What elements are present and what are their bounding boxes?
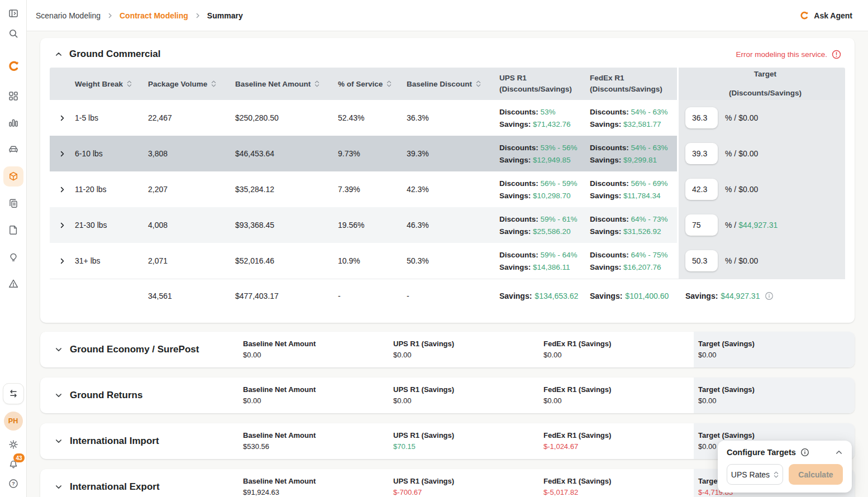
stat-target-savings: Target (Savings)$0.00 xyxy=(694,332,855,367)
target-discount-input[interactable] xyxy=(685,214,718,236)
baseline-discount-value: 42.3% xyxy=(407,171,499,207)
section-collapse[interactable]: Ground Returns xyxy=(40,390,243,401)
stat-baseline-net: Baseline Net Amount$0.00 xyxy=(243,340,393,360)
breadcrumb-summary[interactable]: Summary xyxy=(207,11,243,20)
target-amount: $0.00 xyxy=(738,149,758,158)
section-title: Ground Returns xyxy=(70,390,142,401)
notifications-bell-icon[interactable]: 43 xyxy=(8,458,19,470)
section-collapse[interactable]: International Import xyxy=(40,436,243,447)
section-title: International Export xyxy=(70,481,160,493)
switch-workspace-button[interactable] xyxy=(3,383,24,404)
info-icon[interactable] xyxy=(800,448,809,457)
user-avatar[interactable]: PH xyxy=(4,412,23,431)
row-expander-icon[interactable] xyxy=(50,100,75,136)
stat-fedex-savings: FedEx R1 (Savings)$0.00 xyxy=(543,385,694,405)
column-baseline-discount[interactable]: Baseline Discount xyxy=(407,68,499,100)
fedex-r1-cell: Discounts: 56% - 69% Savings: $11,784.34 xyxy=(590,171,677,207)
column-label: Package Volume xyxy=(148,80,207,88)
row-expander-icon[interactable] xyxy=(50,171,75,207)
section-collapse[interactable]: Ground Economy / SurePost xyxy=(40,344,243,355)
baseline-net-value: $250,280.50 xyxy=(235,100,338,136)
app-logo-icon[interactable] xyxy=(3,59,23,73)
sidebar: PH 43 ? xyxy=(0,0,27,497)
target-amount: $0.00 xyxy=(738,256,758,265)
fedex-r1-cell: Discounts: 64% - 75% Savings: $16,207.76 xyxy=(590,243,677,279)
column-label: Baseline Net Amount xyxy=(235,80,311,88)
breadcrumb-scenario-modeling[interactable]: Scenario Modeling xyxy=(36,11,101,20)
totals-row: 34,561 $477,403.17 - - Savings:$134,653.… xyxy=(50,279,845,312)
weight-break-value: 1-5 lbs xyxy=(75,100,148,136)
target-cell: % /$0.00 xyxy=(677,171,845,207)
stat-ups-savings: UPS R1 (Savings)$0.00 xyxy=(393,340,543,360)
ups-r1-cell: Discounts: 53% - 56% Savings: $12,949.85 xyxy=(499,136,590,171)
baseline-discount-value: 50.3% xyxy=(407,243,499,279)
breadcrumb: Scenario Modeling Contract Modeling Summ… xyxy=(36,11,243,20)
chevron-down-icon xyxy=(55,391,63,399)
section-title: Ground Economy / SurePost xyxy=(70,344,199,355)
sort-icon xyxy=(476,80,481,88)
package-volume-value: 4,008 xyxy=(148,207,235,243)
configure-targets-popup: Configure Targets UPS Rates Calculate xyxy=(718,441,852,493)
column-label: Weight Break xyxy=(75,80,123,88)
pct-service-value: 9.73% xyxy=(338,136,407,171)
search-icon[interactable] xyxy=(3,27,23,40)
nav-documents-icon[interactable] xyxy=(3,193,23,213)
column-package-volume[interactable]: Package Volume xyxy=(148,68,235,100)
stat-fedex-savings: FedEx R1 (Savings)$-5,017.82 xyxy=(543,477,694,497)
stat-ups-savings: UPS R1 (Savings)$-700.67 xyxy=(393,477,543,497)
sidebar-toggle-icon[interactable] xyxy=(3,7,23,20)
settings-gear-icon[interactable] xyxy=(3,438,23,451)
column-weight-break[interactable]: Weight Break xyxy=(75,68,148,100)
baseline-net-value: $35,284.12 xyxy=(235,171,338,207)
package-volume-value: 3,808 xyxy=(148,136,235,171)
column-fedex-r1: FedEx R1(Discounts/Savings) xyxy=(590,68,677,100)
target-discount-input[interactable] xyxy=(685,107,718,128)
agent-logo-icon xyxy=(799,10,809,21)
table-row: 11-20 lbs 2,207 $35,284.12 7.39% 42.3% D… xyxy=(50,171,845,207)
package-volume-value: 2,071 xyxy=(148,243,235,279)
row-expander-icon[interactable] xyxy=(50,207,75,243)
baseline-discount-value: 39.3% xyxy=(407,136,499,171)
error-message: Error modeling this service. xyxy=(736,50,827,59)
chevron-down-icon xyxy=(55,483,63,491)
breadcrumb-contract-modeling[interactable]: Contract Modeling xyxy=(120,11,188,20)
row-expander-icon[interactable] xyxy=(50,243,75,279)
stat-ups-savings: UPS R1 (Savings)$70.15 xyxy=(393,431,543,451)
ask-agent-button[interactable]: Ask Agent xyxy=(799,10,852,21)
stat-target-savings: Target (Savings)$0.00 xyxy=(694,377,855,413)
weight-break-value: 6-10 lbs xyxy=(75,136,148,171)
help-icon[interactable]: ? xyxy=(3,477,23,490)
nav-insights-icon[interactable] xyxy=(3,247,23,267)
stat-fedex-savings: FedEx R1 (Savings)$0.00 xyxy=(543,340,694,360)
nav-files-icon[interactable] xyxy=(3,220,23,240)
nav-dashboard-icon[interactable] xyxy=(3,86,23,106)
target-discount-input[interactable] xyxy=(685,179,718,200)
ground-returns-card: Ground Returns Baseline Net Amount$0.00 … xyxy=(40,377,855,413)
weight-break-value: 31+ lbs xyxy=(75,243,148,279)
column-label: Baseline Discount xyxy=(407,80,472,88)
error-icon xyxy=(832,50,841,59)
ground-commercial-collapse[interactable]: Ground Commercial xyxy=(55,49,160,60)
baseline-net-value: $46,453.64 xyxy=(235,136,338,171)
nav-carrier-icon[interactable] xyxy=(3,140,23,160)
section-collapse[interactable]: International Export xyxy=(40,481,243,493)
info-icon[interactable] xyxy=(765,291,774,300)
column-pct-of-service[interactable]: % of Service xyxy=(338,68,407,100)
nav-alerts-icon[interactable] xyxy=(3,274,23,294)
column-label: % of Service xyxy=(338,80,383,88)
fedex-r1-cell: Discounts: 54% - 63% Savings: $9,299.81 xyxy=(590,136,677,171)
popup-collapse-icon[interactable] xyxy=(835,448,843,456)
total-baseline-discount: - xyxy=(407,279,499,312)
rates-select[interactable]: UPS Rates xyxy=(727,464,783,485)
ups-r1-cell: Discounts: 53% Savings: $71,432.76 xyxy=(499,100,590,136)
nav-modeling-icon[interactable] xyxy=(3,166,23,187)
calculate-button[interactable]: Calculate xyxy=(789,464,843,485)
row-expander-icon[interactable] xyxy=(50,136,75,171)
target-amount: $0.00 xyxy=(738,113,758,122)
target-amount: $0.00 xyxy=(738,185,758,194)
target-discount-input[interactable] xyxy=(685,143,718,164)
column-baseline-net-amount[interactable]: Baseline Net Amount xyxy=(235,68,338,100)
target-discount-input[interactable] xyxy=(685,250,718,271)
pct-service-value: 7.39% xyxy=(338,171,407,207)
nav-analytics-icon[interactable] xyxy=(3,113,23,133)
